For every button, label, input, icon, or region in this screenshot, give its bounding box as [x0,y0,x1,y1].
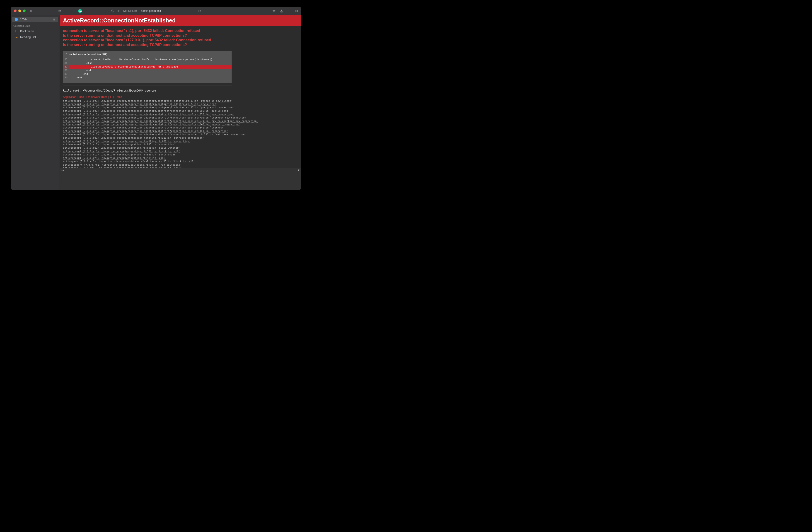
source-line: 87 raise ActiveRecord::ConnectionNotEsta… [63,65,232,69]
titlebar: Not Secure — admin.jdeen.test [11,7,301,15]
tab-application-trace[interactable]: Application Trace [63,96,84,99]
web-console[interactable]: >> x [60,168,301,190]
toolbar-right [272,9,298,13]
tabs-grid-icon[interactable] [295,9,298,13]
svg-marker-9 [273,10,275,12]
trace-line[interactable]: activerecord (7.0.0.rc1) lib/active_reco… [63,153,298,157]
address-bar[interactable]: Not Secure — admin.jdeen.test [111,9,201,13]
sidebar-item-label: Reading List [20,35,36,39]
trace-line[interactable]: activerecord (7.0.0.rc1) lib/active_reco… [63,116,298,120]
page-content: ActiveRecord::ConnectionNotEstablished c… [60,15,301,190]
sidebar-tab-item[interactable]: 1 Tab ⊞ [12,17,58,22]
source-line: 85 raise ActiveRecord::DatabaseConnectio… [63,58,232,61]
traffic-lights [14,10,26,12]
source-line: 86 else [63,61,232,65]
console-close-button[interactable]: x [298,169,300,172]
reader-icon[interactable] [117,9,120,13]
trace-line[interactable]: actionpack (7.0.0.rc1) lib/action_dispat… [63,160,298,163]
bookmark-icon [15,30,18,33]
trace-line[interactable]: activerecord (7.0.0.rc1) lib/active_reco… [63,110,298,113]
trace-line[interactable]: activerecord (7.0.0.rc1) lib/active_reco… [63,136,298,140]
maximize-window-button[interactable] [23,10,26,12]
svg-point-18 [16,37,17,38]
sidebar-tab-label: 1 Tab [20,18,27,21]
svg-rect-14 [297,10,298,11]
grammarly-icon[interactable] [78,9,82,13]
trace-line[interactable]: activerecord (7.0.0.rc1) lib/active_reco… [63,106,298,110]
shield-icon[interactable] [111,9,114,13]
source-title: Extracted source (around line #87): [63,51,232,58]
svg-rect-0 [31,10,33,12]
svg-rect-13 [295,10,296,11]
glasses-icon [15,35,18,39]
source-code-table: 85 raise ActiveRecord::DatabaseConnectio… [63,58,232,80]
trace-line[interactable]: activerecord (7.0.0.rc1) lib/active_reco… [63,126,298,130]
svg-point-17 [15,37,16,38]
tab-framework-trace[interactable]: Framework Trace [86,96,107,99]
source-line: 89 end [63,72,232,76]
share-icon[interactable] [280,9,283,13]
source-line: 88 end [63,69,232,72]
source-line: 90 end [63,76,232,80]
console-prompt: >> [61,169,64,172]
sidebar-item-bookmarks[interactable]: Bookmarks [12,29,58,34]
trace-tabs: Application Trace|Framework Trace|Full T… [60,94,301,99]
extracted-source-panel: Extracted source (around line #87): 85 r… [63,51,232,83]
svg-rect-16 [297,11,298,12]
sidebar-toggle-group [30,9,61,13]
svg-rect-2 [59,10,60,12]
back-icon[interactable] [65,9,69,13]
sidebar-item-label: Bookmarks [20,30,34,33]
sidebar-section-header: Collected Links [11,23,60,28]
trace-line[interactable]: activesupport (7.0.0.rc1) lib/active_sup… [63,163,298,167]
nav-buttons [65,9,82,13]
trace-line[interactable]: activerecord (7.0.0.rc1) lib/active_reco… [63,133,298,136]
trace-line[interactable]: activerecord (7.0.0.rc1) lib/active_reco… [63,140,298,143]
trace-line[interactable]: activerecord (7.0.0.rc1) lib/active_reco… [63,150,298,153]
tab-overview-icon[interactable] [58,9,61,13]
bookmark-star-icon[interactable] [272,9,276,13]
rails-root: Rails.root: /Volumes/Dev/JDeen/Projects/… [60,85,301,94]
sidebar-item-reading-list[interactable]: Reading List [12,34,58,40]
sidebar: 1 Tab ⊞ Collected Links Bookmarks Readin… [11,15,60,190]
trace-line[interactable]: activerecord (7.0.0.rc1) lib/active_reco… [63,123,298,126]
display-icon [15,18,18,20]
trace-line[interactable]: activerecord (7.0.0.rc1) lib/active_reco… [63,157,298,160]
error-title: ActiveRecord::ConnectionNotEstablished [60,15,301,26]
trace-line[interactable]: activerecord (7.0.0.rc1) lib/active_reco… [63,103,298,106]
tab-full-trace[interactable]: Full Trace [110,96,122,99]
trace-line[interactable]: activerecord (7.0.0.rc1) lib/active_reco… [63,99,298,103]
trace-line[interactable]: activerecord (7.0.0.rc1) lib/active_reco… [63,120,298,123]
svg-rect-3 [59,11,61,12]
trace-line[interactable]: activerecord (7.0.0.rc1) lib/active_reco… [63,113,298,116]
grid-icon[interactable]: ⊞ [53,18,56,21]
error-message: connection to server at "localhost" (::1… [60,26,301,48]
forward-icon[interactable] [72,9,75,13]
sidebar-toggle-icon[interactable] [30,9,33,13]
reload-icon[interactable] [198,9,201,13]
trace-line[interactable]: activerecord (7.0.0.rc1) lib/active_reco… [63,130,298,133]
address-text: Not Secure — admin.jdeen.test [123,9,161,13]
stack-trace: activerecord (7.0.0.rc1) lib/active_reco… [60,99,301,168]
trace-line[interactable]: activerecord (7.0.0.rc1) lib/active_reco… [63,146,298,150]
minimize-window-button[interactable] [18,10,21,12]
browser-window: Not Secure — admin.jdeen.test 1 Tab ⊞ Co… [11,7,301,190]
new-tab-icon[interactable] [287,9,291,13]
trace-line[interactable]: activerecord (7.0.0.rc1) lib/active_reco… [63,143,298,146]
svg-rect-15 [295,11,296,12]
close-window-button[interactable] [14,10,16,12]
